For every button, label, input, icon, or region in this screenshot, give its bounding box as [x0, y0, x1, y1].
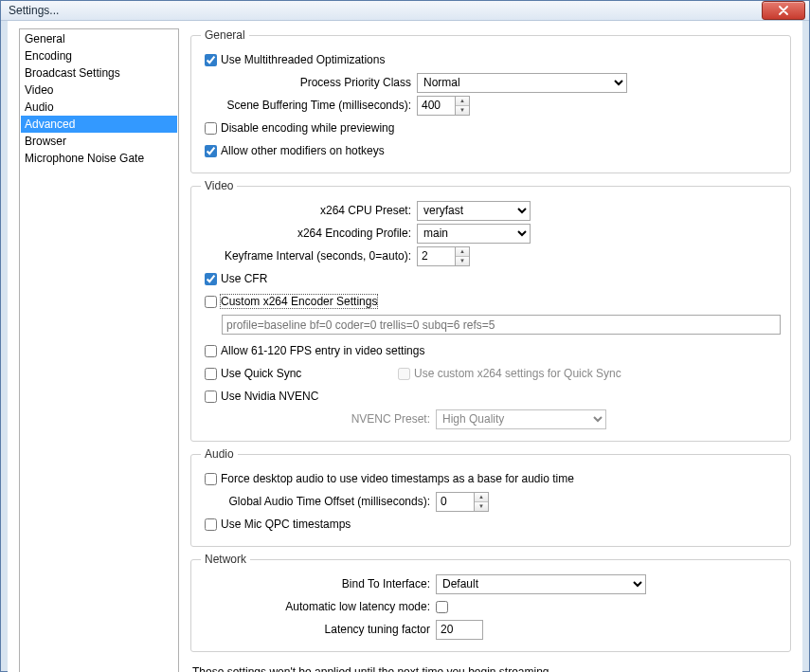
custom-x264-input [222, 315, 781, 335]
network-group: Network Bind To Interface: Default Autom… [190, 553, 791, 652]
sidebar-item-advanced[interactable]: Advanced [21, 116, 177, 133]
general-group: General Use Multithreaded Optimizations … [190, 28, 791, 173]
titlebar: Settings... [1, 1, 809, 21]
use-nvenc-checkbox[interactable] [205, 390, 217, 403]
latency-label: Latency tuning factor [201, 623, 436, 636]
disable-encoding-checkbox[interactable] [205, 122, 217, 135]
allow-modifiers-checkbox[interactable] [205, 145, 217, 157]
scene-buffer-spin-buttons[interactable]: ▲▼ [455, 96, 470, 116]
keyframe-spin-buttons[interactable]: ▲▼ [455, 246, 470, 266]
allow-modifiers-label: Allow other modifiers on hotkeys [221, 144, 385, 157]
force-ts-label: Force desktop audio to use video timesta… [221, 472, 574, 485]
keyframe-label: Keyframe Interval (seconds, 0=auto): [201, 249, 417, 263]
sidebar-item-general[interactable]: General [21, 30, 177, 47]
scene-buffer-spinner[interactable]: ▲▼ [417, 96, 470, 116]
bind-label: Bind To Interface: [201, 577, 436, 590]
custom-x264-checkbox[interactable] [205, 296, 217, 308]
category-sidebar: General Encoding Broadcast Settings Vide… [19, 28, 179, 672]
keyframe-input[interactable] [417, 246, 455, 266]
audio-legend: Audio [201, 447, 238, 461]
latency-input[interactable] [436, 620, 483, 640]
use-multithreaded-checkbox[interactable] [205, 54, 217, 66]
x264-preset-select[interactable]: veryfast [417, 201, 531, 221]
use-custom-qs-label: Use custom x264 settings for Quick Sync [414, 367, 621, 380]
use-nvenc-label: Use Nvidia NVENC [221, 390, 318, 403]
priority-label: Process Priority Class [201, 76, 417, 89]
custom-x264-label: Custom x264 Encoder Settings [221, 295, 377, 308]
use-multithreaded-label: Use Multithreaded Optimizations [221, 53, 385, 66]
use-quicksync-label: Use Quick Sync [221, 367, 301, 380]
apply-note: These settings won't be applied until th… [190, 662, 791, 672]
bind-select[interactable]: Default [436, 574, 646, 594]
scene-buffer-label: Scene Buffering Time (milliseconds): [201, 99, 417, 112]
force-ts-checkbox[interactable] [205, 473, 217, 485]
window-title: Settings... [9, 4, 762, 17]
x264-preset-label: x264 CPU Preset: [201, 204, 417, 217]
use-quicksync-checkbox[interactable] [205, 368, 217, 380]
video-group: Video x264 CPU Preset: veryfast x264 Enc… [190, 179, 791, 442]
use-cfr-label: Use CFR [221, 272, 267, 285]
audio-offset-spin-buttons[interactable]: ▲▼ [474, 492, 489, 512]
sidebar-item-video[interactable]: Video [21, 82, 177, 99]
nvenc-preset-select: High Quality [436, 409, 606, 429]
general-legend: General [201, 28, 249, 42]
use-custom-qs-checkbox [398, 368, 410, 380]
settings-window: Settings... General Encoding Broadcast S… [0, 0, 810, 672]
disable-encoding-label: Disable encoding while previewing [221, 121, 394, 135]
mic-qpc-label: Use Mic QPC timestamps [221, 518, 351, 531]
sidebar-item-micgate[interactable]: Microphone Noise Gate [21, 150, 177, 167]
auto-lowlat-checkbox[interactable] [436, 601, 448, 613]
sidebar-item-audio[interactable]: Audio [21, 99, 177, 116]
sidebar-item-encoding[interactable]: Encoding [21, 47, 177, 64]
video-legend: Video [201, 179, 237, 192]
scene-buffer-input[interactable] [417, 96, 455, 116]
use-cfr-checkbox[interactable] [205, 273, 217, 285]
allow-fps-checkbox[interactable] [205, 345, 217, 357]
audio-offset-label: Global Audio Time Offset (milliseconds): [201, 495, 436, 508]
sidebar-item-browser[interactable]: Browser [21, 133, 177, 150]
audio-group: Audio Force desktop audio to use video t… [190, 447, 791, 547]
audio-offset-input[interactable] [436, 492, 474, 512]
allow-fps-label: Allow 61-120 FPS entry in video settings [221, 344, 424, 357]
sidebar-item-broadcast[interactable]: Broadcast Settings [21, 64, 177, 82]
x264-profile-select[interactable]: main [417, 224, 531, 244]
audio-offset-spinner[interactable]: ▲▼ [436, 492, 489, 512]
x264-profile-label: x264 Encoding Profile: [201, 227, 417, 240]
keyframe-spinner[interactable]: ▲▼ [417, 246, 470, 266]
nvenc-preset-label: NVENC Preset: [201, 412, 436, 426]
settings-main: General Use Multithreaded Optimizations … [190, 28, 791, 672]
close-icon [779, 6, 788, 15]
dialog-body: General Encoding Broadcast Settings Vide… [8, 21, 802, 672]
close-button[interactable] [762, 1, 805, 20]
auto-lowlat-label: Automatic low latency mode: [201, 600, 436, 613]
priority-select[interactable]: Normal [417, 73, 627, 93]
mic-qpc-checkbox[interactable] [205, 518, 217, 531]
network-legend: Network [201, 553, 250, 566]
